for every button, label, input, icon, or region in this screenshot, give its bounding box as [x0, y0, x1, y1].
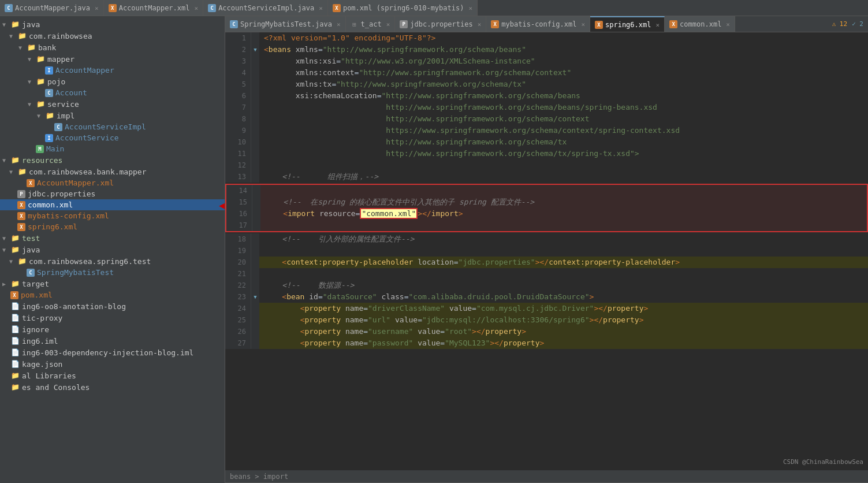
sidebar-item-service[interactable]: ▼ 📁 service: [0, 98, 225, 110]
file-icon: 📄: [10, 325, 20, 334]
sidebar-section-resources[interactable]: ▼ 📁 resources: [0, 154, 225, 166]
sidebar-item-accountmapper-xml[interactable]: X AccountMapper.xml: [0, 177, 225, 188]
sidebar-item-tic-proxy[interactable]: 📄 tic-proxy: [0, 312, 225, 324]
expand-arrow: ▼: [9, 258, 16, 265]
tab-close[interactable]: ×: [95, 5, 99, 12]
item-label: kage.json: [22, 360, 62, 369]
line-number: 17: [226, 220, 252, 231]
line-number: 11: [225, 148, 251, 159]
line-content: <beans xmlns="http://www.springframework…: [259, 44, 526, 55]
code-line-13: 13 <!-- 组件扫描，-->: [225, 171, 868, 183]
tab-label: AccountMapper.java: [15, 4, 90, 12]
sidebar-item-mybatis-config[interactable]: X mybatis-config.xml: [0, 210, 225, 221]
tab-close[interactable]: ×: [468, 5, 472, 12]
sidebar-item-pojo[interactable]: ▼ 📁 pojo: [0, 76, 225, 87]
folder-icon: 📁: [17, 31, 27, 40]
sidebar-item-annotation-blog[interactable]: 📄 ing6-oo8-anotation-blog: [0, 300, 225, 312]
sidebar-item-mapper[interactable]: ▼ 📁 mapper: [0, 53, 225, 65]
code-line-21: 21: [225, 268, 868, 280]
tab-close[interactable]: ×: [478, 21, 482, 28]
breadcrumb: beans > import: [230, 473, 288, 481]
expand-arrow: [2, 326, 9, 333]
item-label: test: [22, 234, 40, 243]
sidebar-item-libraries[interactable]: 📁 al Libraries: [0, 370, 225, 381]
sidebar-item-bank[interactable]: ▼ 📁 bank: [0, 42, 225, 53]
sidebar-item-pom-xml2[interactable]: X pom.xml: [0, 289, 225, 300]
fold-gutter: [251, 55, 259, 67]
sidebar-item-accountmapper[interactable]: I AccountMapper: [0, 65, 225, 76]
tab-t-act[interactable]: ⊞ t_act ×: [346, 16, 396, 32]
sidebar-section-target[interactable]: ▶ 📁 target: [0, 278, 225, 289]
fold-gutter: [251, 326, 259, 337]
sidebar-item-jdbc-properties[interactable]: P jdbc.properties: [0, 188, 225, 199]
fold-gutter: [251, 303, 259, 314]
item-label: Account: [55, 88, 87, 97]
expand-arrow: ▼: [9, 33, 16, 39]
tab-close[interactable]: ×: [581, 21, 585, 28]
item-label: ing6.iml: [22, 337, 58, 345]
sidebar-item-iml[interactable]: 📄 ing6.iml: [0, 335, 225, 347]
item-label: service: [47, 100, 79, 109]
sidebar-item-account[interactable]: C Account: [0, 87, 225, 98]
sidebar-item-spring6-xml[interactable]: X spring6.xml: [0, 221, 225, 232]
expand-arrow: [2, 338, 9, 344]
tab-springmybatistest[interactable]: C SpringMybatisTest.java ×: [225, 16, 346, 32]
line-content: [259, 159, 264, 171]
tab-mybatis-config[interactable]: X mybatis-config.xml ×: [486, 16, 590, 32]
expand-arrow: ▼: [28, 101, 35, 107]
tab-close[interactable]: ×: [726, 21, 730, 28]
class-icon: C: [45, 89, 53, 97]
tab-close[interactable]: ×: [386, 21, 390, 28]
xml-icon: X: [27, 179, 35, 187]
fold-gutter: [251, 67, 259, 79]
class-icon: C: [27, 269, 35, 277]
tab-close[interactable]: ×: [655, 21, 660, 29]
code-editor: C SpringMybatisTest.java × ⊞ t_act × P j…: [225, 16, 868, 483]
line-content: <import resource="common.xml"></import>: [260, 208, 463, 220]
expand-arrow: [9, 224, 16, 230]
line-number: 12: [225, 159, 251, 171]
sidebar-item-ignore[interactable]: 📄 ignore: [0, 324, 225, 335]
sidebar-item-consoles[interactable]: 📁 es and Consoles: [0, 381, 225, 393]
tab-accountserviceimpl-java[interactable]: C AccountServiceImpl.java ×: [203, 0, 328, 16]
top-tab-bar[interactable]: C AccountMapper.java × X AccountMapper.x…: [0, 0, 868, 16]
sidebar-section-test[interactable]: ▼ 📁 test: [0, 232, 225, 244]
item-label: impl: [57, 112, 74, 120]
sidebar-item-mapper-resources[interactable]: ▼ 📁 com.rainbowsea.bank.mapper: [0, 166, 225, 177]
sidebar-item-accountserviceimpl[interactable]: C AccountServiceImpl: [0, 121, 225, 132]
sidebar-item-accountservice[interactable]: I AccountService: [0, 132, 225, 143]
sidebar-item-main[interactable]: M Main: [0, 143, 225, 154]
code-line-11: 11 http://www.springframework.org/schema…: [225, 148, 868, 159]
code-line-15: 15 <!-- 在spring 的核心配置文件中引入其他的子 spring 配置…: [226, 196, 867, 208]
sidebar-item-spring6-test[interactable]: ▼ 📁 com.rainbowsea.spring6.test: [0, 255, 225, 267]
sidebar-item-com-rainbowsea[interactable]: ▼ 📁 com.rainbowsea: [0, 30, 225, 42]
tab-jdbc-properties[interactable]: P jdbc.properties ×: [395, 16, 486, 32]
tab-accountmapper-java[interactable]: C AccountMapper.java ×: [0, 0, 104, 16]
expand-arrow: [46, 124, 53, 130]
breadcrumb-bar: beans > import: [225, 470, 868, 483]
tab-common-xml[interactable]: X common.xml ×: [665, 16, 735, 32]
item-label: AccountMapper.xml: [37, 179, 114, 187]
tab-close[interactable]: ×: [337, 21, 341, 28]
second-tab-bar[interactable]: C SpringMybatisTest.java × ⊞ t_act × P j…: [225, 16, 868, 32]
tab-close[interactable]: ×: [195, 5, 199, 12]
tab-accountmapper-xml[interactable]: X AccountMapper.xml ×: [104, 0, 203, 16]
sidebar-item-java[interactable]: ▼ 📁 java: [0, 18, 225, 30]
line-number: 1: [225, 32, 251, 44]
expand-arrow: ▼: [2, 247, 9, 253]
sidebar-item-java2[interactable]: ▼ 📁 java: [0, 244, 225, 255]
sidebar-item-dep-injection[interactable]: 📄 ing6-003-dependency-injection-blog.iml: [0, 347, 225, 358]
sidebar-item-impl[interactable]: ▼ 📁 impl: [0, 110, 225, 121]
sidebar-item-package-json[interactable]: 📄 kage.json: [0, 358, 225, 370]
project-sidebar[interactable]: ▼ 📁 java ▼ 📁 com.rainbowsea ▼ 📁 bank ▼ 📁…: [0, 16, 225, 483]
tab-close[interactable]: ×: [319, 5, 323, 12]
sidebar-item-springmybatistest[interactable]: C SpringMybatisTest: [0, 267, 225, 278]
line-content: <!-- 引入外部的属性配置文件-->: [259, 233, 414, 245]
sidebar-item-common-xml[interactable]: X common.xml ◀: [0, 199, 225, 210]
tab-spring6-xml[interactable]: X spring6.xml ×: [590, 16, 665, 32]
item-label: mapper: [47, 55, 74, 64]
item-label: SpringMybatisTest: [37, 268, 114, 277]
xml-icon: X: [17, 212, 25, 220]
code-content[interactable]: 1 <?xml version="1.0" encoding="UTF-8"?>…: [225, 32, 868, 470]
tab-pom-xml[interactable]: X pom.xml (spring6-010-mybatis) ×: [328, 0, 478, 16]
